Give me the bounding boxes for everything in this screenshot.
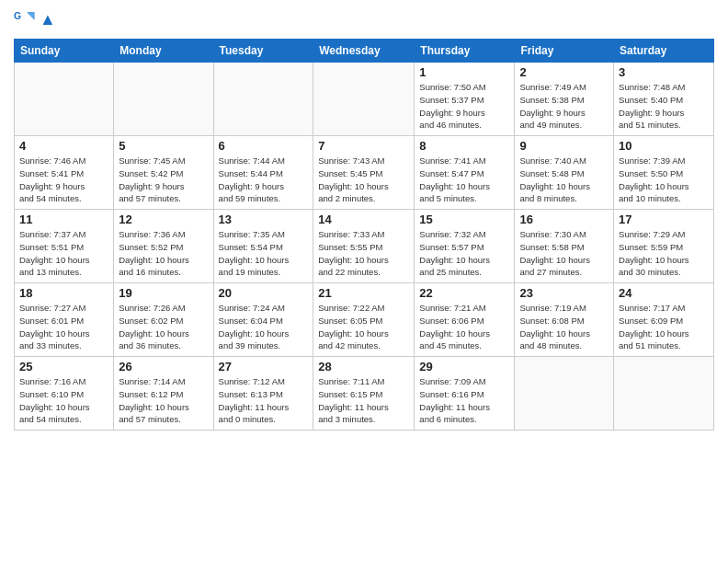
calendar-cell: 1Sunrise: 7:50 AMSunset: 5:37 PMDaylight… [415, 63, 515, 136]
calendar-cell: 5Sunrise: 7:45 AMSunset: 5:42 PMDaylight… [114, 136, 213, 210]
day-number: 13 [219, 213, 309, 226]
day-info: Sunrise: 7:41 AMSunset: 5:47 PMDaylight:… [419, 155, 509, 205]
day-number: 20 [219, 286, 309, 300]
calendar-cell: 11Sunrise: 7:37 AMSunset: 5:51 PMDayligh… [15, 210, 114, 283]
day-number: 18 [19, 286, 108, 300]
day-info: Sunrise: 7:24 AMSunset: 6:04 PMDaylight:… [219, 302, 309, 352]
calendar-cell: 23Sunrise: 7:19 AMSunset: 6:08 PMDayligh… [515, 283, 614, 357]
calendar-cell: 3Sunrise: 7:48 AMSunset: 5:40 PMDaylight… [614, 63, 714, 136]
calendar-cell: 16Sunrise: 7:30 AMSunset: 5:58 PMDayligh… [515, 210, 614, 283]
day-number: 21 [318, 286, 409, 300]
day-info: Sunrise: 7:17 AMSunset: 6:09 PMDaylight:… [619, 302, 709, 352]
day-info: Sunrise: 7:22 AMSunset: 6:05 PMDaylight:… [318, 302, 409, 352]
day-info: Sunrise: 7:35 AMSunset: 5:54 PMDaylight:… [219, 228, 309, 279]
calendar-cell: 22Sunrise: 7:21 AMSunset: 6:06 PMDayligh… [415, 283, 515, 357]
logo-icon: G [14, 9, 36, 31]
day-info: Sunrise: 7:29 AMSunset: 5:59 PMDaylight:… [619, 228, 709, 279]
calendar-header-friday: Friday [515, 40, 614, 63]
day-info: Sunrise: 7:16 AMSunset: 6:10 PMDaylight:… [19, 375, 108, 426]
day-number: 26 [119, 360, 208, 373]
day-number: 25 [19, 360, 108, 373]
day-info: Sunrise: 7:33 AMSunset: 5:55 PMDaylight:… [318, 228, 409, 279]
calendar-header-saturday: Saturday [614, 40, 714, 63]
day-number: 8 [419, 139, 509, 153]
calendar-cell: 6Sunrise: 7:44 AMSunset: 5:44 PMDaylight… [213, 136, 313, 210]
day-number: 16 [519, 213, 609, 226]
calendar-week-row: 1Sunrise: 7:50 AMSunset: 5:37 PMDaylight… [15, 63, 714, 136]
day-info: Sunrise: 7:12 AMSunset: 6:13 PMDaylight:… [219, 375, 309, 426]
logo: G ▲ [14, 9, 56, 31]
calendar-cell: 28Sunrise: 7:11 AMSunset: 6:15 PMDayligh… [313, 357, 415, 431]
day-number: 10 [619, 139, 709, 153]
calendar-cell: 29Sunrise: 7:09 AMSunset: 6:16 PMDayligh… [415, 357, 515, 431]
calendar-cell: 10Sunrise: 7:39 AMSunset: 5:50 PMDayligh… [614, 136, 714, 210]
calendar-header-thursday: Thursday [415, 40, 515, 63]
calendar-cell: 14Sunrise: 7:33 AMSunset: 5:55 PMDayligh… [313, 210, 415, 283]
calendar-cell: 18Sunrise: 7:27 AMSunset: 6:01 PMDayligh… [15, 283, 114, 357]
calendar-cell: 12Sunrise: 7:36 AMSunset: 5:52 PMDayligh… [114, 210, 213, 283]
day-info: Sunrise: 7:44 AMSunset: 5:44 PMDaylight:… [219, 155, 309, 205]
calendar-cell [213, 63, 313, 136]
calendar-cell [313, 63, 415, 136]
day-info: Sunrise: 7:45 AMSunset: 5:42 PMDaylight:… [119, 155, 208, 205]
calendar-cell [515, 357, 614, 431]
calendar-cell: 9Sunrise: 7:40 AMSunset: 5:48 PMDaylight… [515, 136, 614, 210]
calendar-cell: 7Sunrise: 7:43 AMSunset: 5:45 PMDaylight… [313, 136, 415, 210]
day-number: 9 [519, 139, 609, 153]
svg-text:G: G [14, 11, 21, 21]
day-info: Sunrise: 7:49 AMSunset: 5:38 PMDaylight:… [519, 81, 609, 132]
day-info: Sunrise: 7:09 AMSunset: 6:16 PMDaylight:… [419, 375, 509, 426]
calendar-cell [614, 357, 714, 431]
calendar-header-tuesday: Tuesday [213, 40, 313, 63]
calendar-cell: 19Sunrise: 7:26 AMSunset: 6:02 PMDayligh… [114, 283, 213, 357]
calendar-week-row: 25Sunrise: 7:16 AMSunset: 6:10 PMDayligh… [15, 357, 714, 431]
day-info: Sunrise: 7:40 AMSunset: 5:48 PMDaylight:… [519, 155, 609, 205]
day-number: 12 [119, 213, 208, 226]
calendar-cell: 24Sunrise: 7:17 AMSunset: 6:09 PMDayligh… [614, 283, 714, 357]
day-number: 17 [619, 213, 709, 226]
day-number: 24 [619, 286, 709, 300]
calendar-table: SundayMondayTuesdayWednesdayThursdayFrid… [14, 39, 714, 431]
day-number: 19 [119, 286, 208, 300]
day-info: Sunrise: 7:32 AMSunset: 5:57 PMDaylight:… [419, 228, 509, 279]
day-number: 22 [419, 286, 509, 300]
day-info: Sunrise: 7:46 AMSunset: 5:41 PMDaylight:… [19, 155, 108, 205]
day-number: 27 [219, 360, 309, 373]
calendar-cell: 4Sunrise: 7:46 AMSunset: 5:41 PMDaylight… [15, 136, 114, 210]
calendar-cell: 13Sunrise: 7:35 AMSunset: 5:54 PMDayligh… [213, 210, 313, 283]
day-info: Sunrise: 7:26 AMSunset: 6:02 PMDaylight:… [119, 302, 208, 352]
day-info: Sunrise: 7:43 AMSunset: 5:45 PMDaylight:… [318, 155, 409, 205]
day-info: Sunrise: 7:27 AMSunset: 6:01 PMDaylight:… [19, 302, 108, 352]
day-number: 3 [619, 65, 709, 79]
logo-line1: ▲ [40, 11, 56, 29]
day-info: Sunrise: 7:50 AMSunset: 5:37 PMDaylight:… [419, 81, 509, 132]
day-number: 23 [519, 286, 609, 300]
day-info: Sunrise: 7:39 AMSunset: 5:50 PMDaylight:… [619, 155, 709, 205]
calendar-header-monday: Monday [114, 40, 213, 63]
calendar-week-row: 18Sunrise: 7:27 AMSunset: 6:01 PMDayligh… [15, 283, 714, 357]
day-number: 5 [119, 139, 208, 153]
calendar-cell: 15Sunrise: 7:32 AMSunset: 5:57 PMDayligh… [415, 210, 515, 283]
calendar-cell: 8Sunrise: 7:41 AMSunset: 5:47 PMDaylight… [415, 136, 515, 210]
day-number: 1 [419, 65, 509, 79]
calendar-cell: 17Sunrise: 7:29 AMSunset: 5:59 PMDayligh… [614, 210, 714, 283]
day-info: Sunrise: 7:48 AMSunset: 5:40 PMDaylight:… [619, 81, 709, 132]
day-info: Sunrise: 7:14 AMSunset: 6:12 PMDaylight:… [119, 375, 208, 426]
day-info: Sunrise: 7:21 AMSunset: 6:06 PMDaylight:… [419, 302, 509, 352]
calendar-cell: 20Sunrise: 7:24 AMSunset: 6:04 PMDayligh… [213, 283, 313, 357]
day-number: 4 [19, 139, 108, 153]
day-number: 11 [19, 213, 108, 226]
calendar-cell: 2Sunrise: 7:49 AMSunset: 5:38 PMDaylight… [515, 63, 614, 136]
day-info: Sunrise: 7:37 AMSunset: 5:51 PMDaylight:… [19, 228, 108, 279]
day-number: 7 [318, 139, 409, 153]
day-info: Sunrise: 7:11 AMSunset: 6:15 PMDaylight:… [318, 375, 409, 426]
day-number: 15 [419, 213, 509, 226]
calendar-cell: 25Sunrise: 7:16 AMSunset: 6:10 PMDayligh… [15, 357, 114, 431]
day-number: 2 [519, 65, 609, 79]
day-info: Sunrise: 7:36 AMSunset: 5:52 PMDaylight:… [119, 228, 208, 279]
calendar-week-row: 4Sunrise: 7:46 AMSunset: 5:41 PMDaylight… [15, 136, 714, 210]
day-number: 29 [419, 360, 509, 373]
calendar-cell [114, 63, 213, 136]
calendar-week-row: 11Sunrise: 7:37 AMSunset: 5:51 PMDayligh… [15, 210, 714, 283]
calendar-header-wednesday: Wednesday [313, 40, 415, 63]
